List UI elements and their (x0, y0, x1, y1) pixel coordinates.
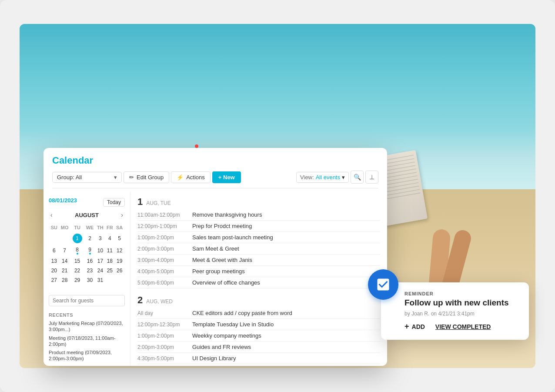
recent-item-1[interactable]: Meeting (07/18/2023, 11:00am-2:00pm) (49, 335, 125, 348)
event-time: 11:00am-12:00pm (137, 212, 185, 218)
event-title: CKE editors add / copy paste from word (192, 310, 292, 316)
search-button[interactable]: 🔍 (351, 171, 364, 184)
event-row[interactable]: All dayCKE editors add / copy paste from… (137, 308, 380, 319)
mini-cal-day (50, 232, 59, 245)
mini-cal-day[interactable]: 12 (115, 245, 124, 256)
mini-cal-day[interactable]: 2 (85, 232, 95, 245)
mini-cal-day[interactable]: 23 (85, 266, 95, 275)
search-guests-input[interactable] (49, 295, 125, 306)
mini-cal-day[interactable]: 22 (71, 266, 84, 275)
mini-cal-day[interactable]: 11 (105, 245, 114, 256)
mini-cal-day[interactable]: 30 (85, 276, 95, 285)
reminder-title: Follow up with new clients (405, 298, 518, 308)
view-select[interactable]: View: All events ▾ (296, 172, 349, 183)
mini-cal-day[interactable]: 15 (71, 257, 84, 265)
event-time: 4:30pm-5:00pm (137, 355, 185, 362)
event-row[interactable]: 1:00pm-2:00pmWeekky company meetings (137, 330, 380, 342)
event-time: All day (137, 310, 185, 316)
filter-button[interactable]: ⊥ (365, 171, 378, 184)
mini-cal-day[interactable]: 31 (96, 276, 105, 285)
day-number: 1 (137, 196, 143, 208)
day-header-1: 2AUG, WED (137, 290, 380, 308)
recents-list: July Marketing Recap (07/20/2023, 3:00pm… (49, 320, 125, 362)
event-time: 1:00pm-2:00pm (137, 333, 185, 339)
event-title: Sam Meet & Greet (192, 245, 239, 252)
group-select-label: Group: All (57, 174, 82, 181)
edit-icon: ✏ (129, 174, 134, 181)
edit-group-label: Edit Group (137, 174, 164, 181)
mini-cal-day[interactable]: 16 (85, 257, 95, 265)
today-button[interactable]: Today (103, 198, 125, 207)
event-row[interactable]: 5:00pm-6:00pmOverview of office changes (137, 277, 380, 288)
reminder-add-label: ADD (412, 323, 425, 330)
mini-cal-day[interactable]: 13 (50, 257, 59, 265)
mini-cal-day[interactable]: 20 (50, 266, 59, 275)
app-frame: Calendar Group: All ▾ ✏ Edit Group ⚡ Act… (0, 0, 555, 392)
reminder-view-completed-button[interactable]: VIEW COMPLETED (435, 323, 491, 330)
event-row[interactable]: 4:30pm-5:00pmUI Design Library (137, 353, 380, 364)
event-time: 12:00pm-12:30pm (137, 322, 185, 328)
mini-cal-day[interactable]: 28 (60, 276, 70, 285)
event-title: UI Design Library (192, 355, 236, 362)
actions-button[interactable]: ⚡ Actions (171, 171, 211, 183)
reminder-popup: REMINDER Follow up with new clients by J… (381, 282, 529, 340)
mini-cal-day[interactable]: 17 (96, 257, 105, 265)
day-header-0: 1AUG, TUE (137, 192, 380, 209)
new-button[interactable]: + New (212, 171, 241, 183)
prev-month-button[interactable]: ‹ (49, 211, 54, 219)
event-title: Template Tuesday Live in Studio (192, 321, 274, 328)
mini-cal-day[interactable]: 14 (60, 257, 70, 265)
reminder-add-button[interactable]: + ADD (405, 322, 425, 331)
day-header-su: SU (50, 224, 59, 231)
event-title: Sales team post-launch meeting (192, 234, 273, 241)
event-time: 2:00pm-3:00pm (137, 246, 185, 252)
mini-cal-day[interactable]: 7 (60, 245, 70, 256)
recent-item-0[interactable]: July Marketing Recap (07/20/2023, 3:00pm… (49, 320, 125, 333)
mini-cal-day[interactable]: 10 (96, 245, 105, 256)
mini-cal-week-4: 2728293031 (50, 276, 124, 285)
mini-cal-day[interactable]: 3 (96, 232, 105, 245)
event-title: Remove thanksgiving hours (192, 211, 262, 218)
mini-cal-day[interactable]: 21 (60, 266, 70, 275)
mini-cal-day[interactable]: 1 (71, 232, 84, 245)
mini-cal-day[interactable]: 18 (105, 257, 114, 265)
reminder-view-label: VIEW COMPLETED (435, 323, 491, 330)
day-label: AUG, WED (146, 298, 173, 305)
mini-cal-day[interactable]: 19 (115, 257, 124, 265)
event-row[interactable]: 3:00pm-4:00pmMeet & Greet with Janis (137, 255, 380, 266)
event-title: Guides and FR reviews (192, 344, 251, 350)
search-icon: 🔍 (354, 174, 361, 181)
mini-cal-day[interactable]: 24 (96, 266, 105, 275)
day-label: AUG, TUE (146, 200, 171, 206)
event-row[interactable]: 4:00pm-5:00pmPeer group meetings (137, 266, 380, 277)
group-select[interactable]: Group: All ▾ (52, 172, 122, 183)
event-title: Overview of office changes (192, 279, 260, 286)
day-section-1: 2AUG, WEDAll dayCKE editors add / copy p… (137, 290, 380, 364)
recent-item-2[interactable]: Product meeting (07/09/2023, 2:00pm-3:00… (49, 349, 125, 362)
event-title: Meet & Greet with Janis (192, 257, 252, 263)
mini-cal-day[interactable]: 6 (50, 245, 59, 256)
reminder-icon (375, 277, 391, 292)
edit-group-button[interactable]: ✏ Edit Group (124, 171, 169, 183)
mini-cal-day[interactable]: 27 (50, 276, 59, 285)
mini-cal-day[interactable]: 5 (115, 232, 124, 245)
day-header-sa: SA (115, 224, 124, 231)
reminder-meta: by Joan R. on 4/21/21 3:41pm (405, 311, 518, 317)
event-row[interactable]: 2:00pm-3:00pmGuides and FR reviews (137, 342, 380, 353)
next-month-button[interactable]: › (119, 211, 125, 219)
event-row[interactable]: 1:00pm-2:00pmSales team post-launch meet… (137, 232, 380, 243)
mini-cal-day[interactable]: 29 (71, 276, 84, 285)
event-row[interactable]: 11:00am-12:00pmRemove thanksgiving hours (137, 209, 380, 221)
filter-icon: ⊥ (369, 174, 374, 181)
mini-cal-day[interactable]: 9 (85, 245, 95, 256)
mini-cal-day[interactable]: 25 (105, 266, 114, 275)
event-row[interactable]: 12:00pm-12:30pmTemplate Tuesday Live in … (137, 319, 380, 330)
mini-cal-day[interactable]: 26 (115, 266, 124, 275)
mini-cal-day[interactable]: 8 (71, 245, 84, 256)
event-row[interactable]: 12:00pm-1:00pmPrep for Prodct meeting (137, 221, 380, 232)
mini-cal-day[interactable]: 4 (105, 232, 114, 245)
chevron-down-icon: ▾ (114, 174, 117, 181)
calendar-title: Calendar (52, 155, 378, 166)
calendar-toolbar: Group: All ▾ ✏ Edit Group ⚡ Actions + Ne… (52, 171, 378, 188)
event-row[interactable]: 2:00pm-3:00pmSam Meet & Greet (137, 243, 380, 255)
